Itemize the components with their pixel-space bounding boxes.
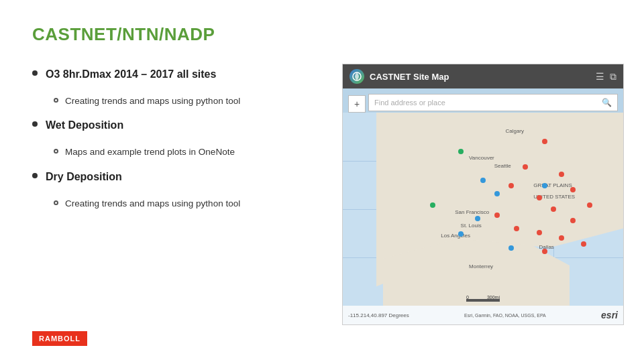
station-dot-2 [523, 164, 528, 170]
station-dot-9 [494, 213, 500, 218]
sub-bullets-dry: Creating trends and maps using python to… [54, 197, 321, 210]
station-dot-11 [514, 226, 519, 231]
search-icon: 🔍 [602, 98, 612, 107]
sub-bullet-wet-0: Maps and example trend plots in OneNote [54, 145, 321, 159]
station-dot-14 [581, 241, 586, 247]
station-dot-green-2 [430, 202, 435, 208]
scale-bar: 0 300mi [466, 299, 500, 302]
bullet-dot-o3 [32, 70, 38, 76]
sub-bullet-dry-0: Creating trends and maps using python to… [54, 197, 321, 210]
map-title: CASTNET Site Map [370, 72, 590, 82]
slide: CASTNET/NTN/NADP O3 8hr.Dmax 2014 – 2017… [0, 0, 644, 362]
map-body: Calgary Vancouver Seattle GREAT PLAINS U… [343, 113, 623, 306]
bullet-dry: Dry Deposition [32, 169, 321, 185]
sub-bullets-o3: Creating trends and maps using python to… [54, 95, 321, 108]
map-attribution: Esri, Garmin, FAO, NOAA, USGS, EPA [464, 313, 546, 318]
station-dot-4 [508, 183, 514, 188]
sub-bullet-text-o3-0: Creating trends and maps using python to… [65, 95, 240, 108]
map-label-sanfrancisco: San Francisco [455, 209, 489, 215]
map-section: CASTNET Site Map ☰ ⧉ Find address or pla… [342, 64, 624, 325]
map-label-monterrey: Monterrey [469, 263, 493, 269]
station-dot-7 [587, 202, 592, 208]
station-dot-3 [559, 172, 564, 177]
map-label-canada: Calgary [505, 128, 524, 134]
map-coordinates: -115.214,40.897 Degrees [348, 312, 409, 318]
bullet-dot-wet [32, 121, 38, 127]
bullet-wet: Wet Deposition [32, 117, 321, 133]
station-dot-blue-4 [508, 245, 514, 251]
zoom-in-button[interactable]: + [348, 95, 366, 113]
station-dot-5 [570, 187, 576, 192]
station-dot-blue-1 [480, 178, 486, 183]
sub-bullet-text-wet-0: Maps and example trend plots in OneNote [65, 145, 235, 159]
station-dot-8 [551, 206, 556, 212]
content-area: O3 8hr.Dmax 2014 – 2017 all sites Creati… [32, 64, 612, 325]
station-dot-blue-2 [475, 216, 480, 221]
map-label-losangeles: Los Angeles [441, 233, 470, 239]
ramboll-logo: RAMBOLL [32, 331, 87, 346]
bullet-o3: O3 8hr.Dmax 2014 – 2017 all sites [32, 66, 321, 82]
bullet-label-dry: Dry Deposition [46, 169, 122, 185]
map-container: CASTNET Site Map ☰ ⧉ Find address or pla… [342, 64, 624, 325]
station-dot-blue-5 [494, 191, 500, 196]
map-header: CASTNET Site Map ☰ ⧉ [343, 64, 623, 88]
page-title: CASTNET/NTN/NADP [32, 24, 612, 45]
map-footer: -115.214,40.897 Degrees Esri, Garmin, FA… [343, 306, 623, 324]
bullet-label-wet: Wet Deposition [46, 117, 123, 133]
station-dot-6 [537, 195, 542, 200]
station-dot-blue-6 [542, 183, 547, 188]
map-label-stlouis: St. Louis [461, 223, 482, 229]
sub-bullet-dot-o3-0 [54, 98, 58, 103]
map-label-vancouver: Vancouver [469, 155, 494, 161]
map-search-text: Find address or place [374, 99, 598, 107]
menu-icon[interactable]: ☰ [596, 71, 604, 82]
map-label-greatplains: GREAT PLAINS [533, 182, 572, 188]
station-dot-green-1 [458, 149, 464, 154]
station-dot-15 [542, 249, 547, 254]
map-label-seattle: Seattle [494, 163, 511, 169]
station-dot-10 [570, 218, 576, 223]
esri-logo: esri [601, 310, 618, 320]
map-header-icons: ☰ ⧉ [596, 71, 616, 82]
sub-bullets-wet: Maps and example trend plots in OneNote [54, 145, 321, 159]
bullet-section: O3 8hr.Dmax 2014 – 2017 all sites Creati… [32, 64, 321, 325]
sub-bullet-o3-0: Creating trends and maps using python to… [54, 95, 321, 108]
station-dot-12 [537, 230, 542, 235]
sub-bullet-dot-dry-0 [54, 200, 58, 205]
castnet-logo [350, 69, 364, 84]
station-dot-1 [542, 139, 547, 144]
station-dot-blue-3 [458, 231, 464, 237]
bullet-dot-dry [32, 173, 38, 178]
sub-bullet-dot-wet-0 [54, 149, 58, 154]
station-dot-13 [559, 235, 564, 241]
sub-bullet-text-dry-0: Creating trends and maps using python to… [65, 197, 240, 210]
map-search-bar[interactable]: Find address or place 🔍 [368, 94, 618, 111]
bullet-label-o3: O3 8hr.Dmax 2014 – 2017 all sites [46, 66, 216, 82]
layers-icon[interactable]: ⧉ [610, 71, 616, 82]
